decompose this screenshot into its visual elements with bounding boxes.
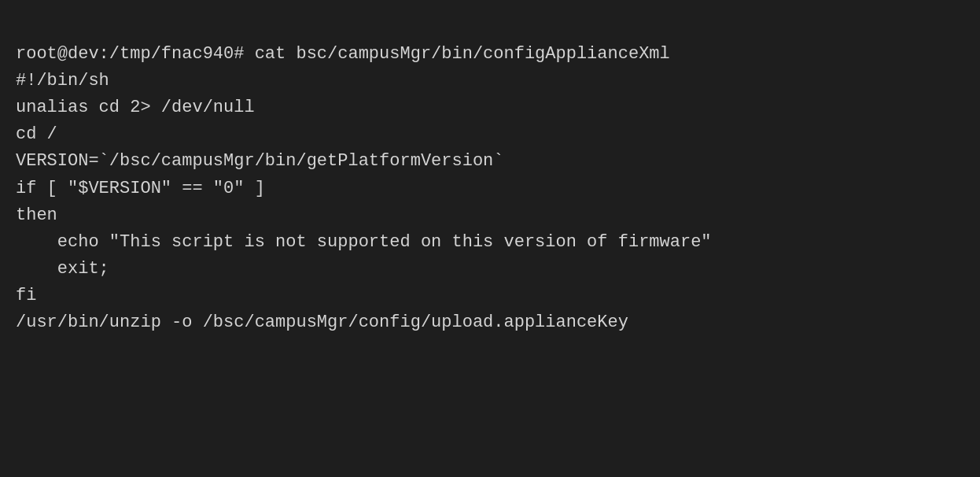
terminal-line: unalias cd 2> /dev/null [16, 94, 964, 121]
terminal-line: root@dev:/tmp/fnac940# cat bsc/campusMgr… [16, 41, 964, 68]
terminal-line: exit; [16, 256, 964, 283]
terminal-line: #!/bin/sh [16, 68, 964, 94]
terminal-line: echo "This script is not supported on th… [16, 229, 964, 256]
terminal-line: VERSION=`/bsc/campusMgr/bin/getPlatformV… [16, 148, 964, 175]
terminal-line: if [ "$VERSION" == "0" ] [16, 176, 964, 202]
terminal-line: then [16, 202, 964, 229]
terminal-line: fi [16, 283, 964, 309]
terminal-line: /usr/bin/unzip -o /bsc/campusMgr/config/… [16, 309, 964, 336]
terminal-window[interactable]: root@dev:/tmp/fnac940# cat bsc/campusMgr… [0, 0, 980, 477]
terminal-line: cd / [16, 121, 964, 148]
